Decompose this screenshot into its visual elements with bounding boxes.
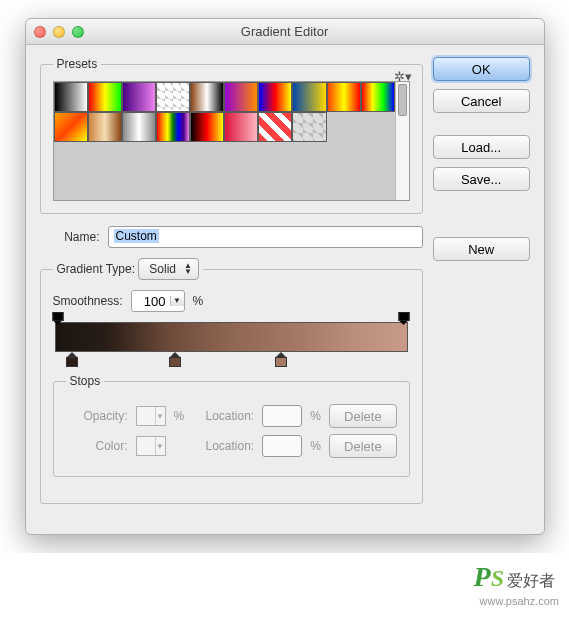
location-label: Location:	[192, 439, 254, 453]
chevron-updown-icon: ▲▼	[184, 263, 192, 275]
preset-swatch[interactable]	[224, 112, 258, 142]
gradient-type-select[interactable]: Solid ▲▼	[138, 258, 199, 280]
preset-swatch[interactable]	[122, 112, 156, 142]
delete-opacity-button: Delete	[329, 404, 397, 428]
preset-swatch[interactable]	[258, 112, 292, 142]
color-label: Color:	[66, 439, 128, 453]
preset-swatch[interactable]	[88, 112, 122, 142]
preset-swatch[interactable]	[54, 82, 88, 112]
save-button[interactable]: Save...	[433, 167, 530, 191]
name-label: Name:	[40, 230, 100, 244]
delete-color-button: Delete	[329, 434, 397, 458]
gradient-legend: Gradient Type: Solid ▲▼	[53, 258, 203, 280]
name-value: Custom	[114, 229, 159, 243]
preset-swatch[interactable]	[54, 112, 88, 142]
color-stop[interactable]	[169, 352, 181, 364]
preset-swatch[interactable]	[88, 82, 122, 112]
preset-swatch[interactable]	[156, 112, 190, 142]
presets-group: Presets ✲▾	[40, 57, 423, 214]
color-location-input	[262, 435, 302, 457]
preset-swatch[interactable]	[224, 82, 258, 112]
stops-legend: Stops	[66, 374, 105, 388]
presets-box	[53, 81, 410, 201]
smoothness-label: Smoothness:	[53, 294, 123, 308]
stops-group: Stops Opacity: ▼ % Location: % Delete Co…	[53, 374, 410, 477]
smoothness-stepper[interactable]: ▼	[131, 290, 185, 312]
preset-swatch[interactable]	[122, 82, 156, 112]
ok-button[interactable]: OK	[433, 57, 530, 81]
presets-legend: Presets	[53, 57, 102, 71]
opacity-stop[interactable]	[399, 312, 410, 322]
gradient-group: Gradient Type: Solid ▲▼ Smoothness: ▼ %	[40, 258, 423, 504]
preset-swatch[interactable]	[292, 82, 326, 112]
preset-swatch[interactable]	[156, 82, 190, 112]
presets-scrollbar[interactable]	[395, 82, 409, 200]
gradient-bar[interactable]	[55, 322, 408, 352]
gradient-editor-window: Gradient Editor Presets ✲▾ Name: Custom	[25, 18, 545, 535]
color-value: ▼	[136, 436, 166, 456]
window-title: Gradient Editor	[26, 24, 544, 39]
preset-swatch[interactable]	[292, 112, 326, 142]
preset-swatch[interactable]	[190, 82, 224, 112]
cancel-button[interactable]: Cancel	[433, 89, 530, 113]
preset-swatch[interactable]	[190, 112, 224, 142]
opacity-label: Opacity:	[66, 409, 128, 423]
new-button[interactable]: New	[433, 237, 530, 261]
gradient-preview-area	[55, 322, 408, 352]
color-stop[interactable]	[275, 352, 287, 364]
smoothness-input[interactable]	[132, 291, 170, 311]
opacity-location-input	[262, 405, 302, 427]
titlebar: Gradient Editor	[26, 19, 544, 45]
load-button[interactable]: Load...	[433, 135, 530, 159]
chevron-down-icon[interactable]: ▼	[170, 296, 184, 306]
opacity-stop[interactable]	[53, 312, 64, 322]
preset-swatch[interactable]	[327, 82, 361, 112]
color-stop[interactable]	[66, 352, 78, 364]
opacity-value: ▼	[136, 406, 166, 426]
location-label: Location:	[192, 409, 254, 423]
preset-swatch[interactable]	[258, 82, 292, 112]
preset-swatch[interactable]	[361, 82, 395, 112]
